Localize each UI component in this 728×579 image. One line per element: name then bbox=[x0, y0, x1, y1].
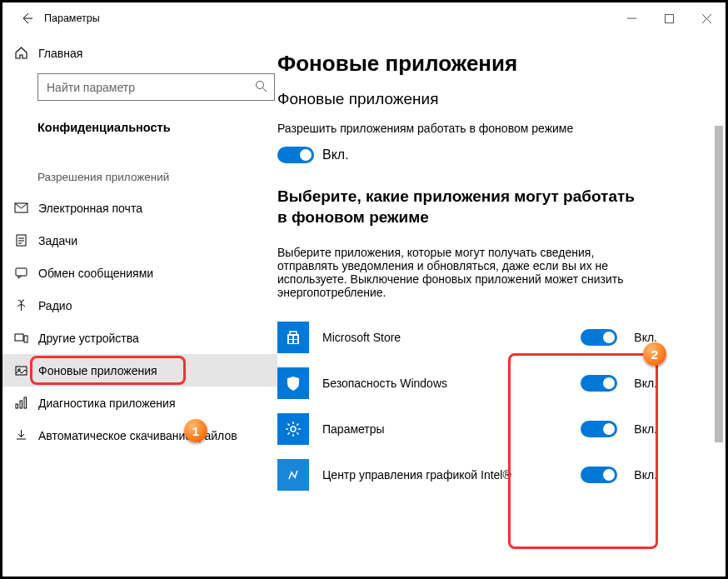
sidebar-item-other-devices[interactable]: Другие устройства bbox=[2, 322, 277, 354]
sidebar-item-messaging[interactable]: Обмен сообщениями bbox=[2, 257, 277, 289]
app-toggle[interactable] bbox=[581, 467, 617, 483]
sidebar-item-label: Задачи bbox=[38, 234, 77, 247]
minimize-button[interactable] bbox=[613, 6, 651, 31]
svg-rect-16 bbox=[294, 340, 297, 343]
window-controls bbox=[613, 6, 726, 31]
sidebar-item-label: Фоновые приложения bbox=[38, 364, 157, 377]
back-button[interactable] bbox=[12, 4, 41, 32]
sidebar-item-auto-download[interactable]: Автоматическое скачивание файлов bbox=[2, 419, 277, 452]
svg-rect-15 bbox=[289, 340, 292, 343]
sidebar-item-label: Диагностика приложения bbox=[38, 397, 175, 410]
sidebar-category: Конфиденциальность bbox=[2, 112, 277, 151]
app-name: Центр управления графикой Intel® bbox=[322, 468, 581, 482]
choose-description: Выберите приложения, которые могут получ… bbox=[277, 246, 644, 299]
scrollbar[interactable] bbox=[712, 84, 726, 567]
allow-description: Разрешить приложениям работать в фоновом… bbox=[277, 122, 636, 135]
sidebar-item-tasks[interactable]: Задачи bbox=[2, 224, 277, 257]
app-toggle[interactable] bbox=[581, 329, 617, 346]
sidebar-group: Разрешения приложений bbox=[2, 151, 277, 192]
search-placeholder: Найти параметр bbox=[47, 81, 135, 94]
search-icon bbox=[255, 80, 267, 95]
intel-graphics-icon bbox=[277, 459, 309, 491]
scrollbar-thumb[interactable] bbox=[715, 126, 723, 442]
svg-rect-4 bbox=[16, 268, 27, 276]
sidebar-item-radio[interactable]: Радио bbox=[2, 289, 277, 322]
sidebar-home[interactable]: Главная bbox=[2, 39, 277, 67]
app-row: Безопасность Windows Вкл. bbox=[277, 360, 657, 406]
sidebar-item-email[interactable]: Электронная почта bbox=[2, 192, 277, 224]
microsoft-store-icon bbox=[277, 322, 309, 353]
app-row: Центр управления графикой Intel® Вкл. bbox=[277, 452, 657, 497]
app-name: Параметры bbox=[322, 422, 581, 436]
svg-rect-11 bbox=[24, 397, 27, 408]
svg-rect-5 bbox=[15, 334, 23, 341]
svg-rect-0 bbox=[666, 14, 674, 22]
svg-rect-9 bbox=[16, 404, 18, 408]
app-row: Параметры Вкл. bbox=[277, 406, 657, 452]
svg-point-17 bbox=[291, 427, 296, 432]
master-toggle-state: Вкл. bbox=[322, 147, 349, 162]
sidebar-item-label: Обмен сообщениями bbox=[38, 267, 153, 280]
svg-rect-14 bbox=[294, 336, 297, 339]
master-toggle-row: Вкл. bbox=[277, 147, 704, 163]
sidebar-item-label: Другие устройства bbox=[38, 332, 139, 345]
svg-rect-13 bbox=[289, 336, 292, 339]
search-input[interactable]: Найти параметр bbox=[37, 73, 275, 101]
sidebar-home-label: Главная bbox=[38, 47, 82, 60]
sidebar-item-label: Радио bbox=[38, 299, 72, 312]
app-toggle[interactable] bbox=[581, 421, 617, 437]
section-subheading: Фоновые приложения bbox=[277, 90, 704, 108]
annotation-badge-1: 1 bbox=[184, 419, 207, 442]
sidebar: Главная Найти параметр Конфиденциальност… bbox=[2, 34, 277, 577]
windows-security-icon bbox=[277, 367, 309, 399]
close-button[interactable] bbox=[688, 6, 726, 31]
main-content: Фоновые приложения Фоновые приложения Ра… bbox=[277, 34, 726, 577]
app-name: Безопасность Windows bbox=[322, 377, 581, 390]
app-row: Microsoft Store Вкл. bbox=[277, 314, 657, 360]
annotation-badge-2: 2 bbox=[643, 342, 666, 366]
page-heading: Фоновые приложения bbox=[277, 51, 704, 77]
app-name: Microsoft Store bbox=[322, 331, 581, 344]
svg-point-1 bbox=[257, 81, 264, 88]
app-toggle-state: Вкл. bbox=[634, 468, 657, 482]
svg-rect-10 bbox=[20, 401, 22, 408]
sidebar-item-label: Электронная почта bbox=[38, 202, 142, 215]
choose-heading: Выберите, какие приложения могут работат… bbox=[277, 187, 636, 227]
window-title: Параметры bbox=[44, 12, 100, 24]
app-toggle-state: Вкл. bbox=[634, 377, 657, 390]
maximize-button[interactable] bbox=[651, 6, 688, 31]
svg-rect-7 bbox=[16, 367, 27, 375]
sidebar-item-diagnostics[interactable]: Диагностика приложения bbox=[2, 387, 277, 419]
svg-rect-6 bbox=[24, 336, 27, 342]
settings-icon bbox=[277, 413, 309, 445]
app-toggle-state: Вкл. bbox=[634, 422, 657, 436]
app-toggle[interactable] bbox=[581, 375, 617, 392]
titlebar: Параметры bbox=[2, 2, 726, 34]
master-toggle[interactable] bbox=[277, 147, 314, 163]
sidebar-item-background-apps[interactable]: Фоновые приложения bbox=[2, 354, 277, 387]
